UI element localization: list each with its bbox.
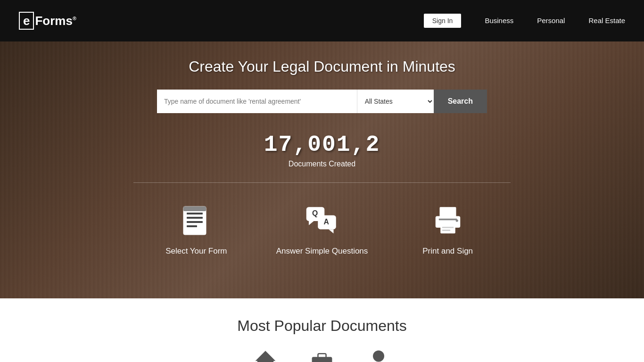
svg-rect-17 (442, 230, 450, 231)
logo-reg: ® (73, 16, 76, 21)
header-right: Sign In Business Personal Real Estate (424, 14, 625, 28)
step-select-form: Select Your Form (133, 197, 259, 261)
svg-rect-2 (187, 217, 203, 219)
popular-doc-3[interactable] (364, 349, 393, 362)
hero-content: Create Your Legal Document in Minutes Al… (0, 41, 644, 261)
header: e Forms® Sign In Business Personal Real … (0, 0, 644, 41)
logo-text: Forms® (35, 14, 76, 28)
svg-rect-5 (183, 206, 206, 211)
step-print-sign-label: Print and Sign (422, 247, 473, 256)
svg-rect-16 (442, 227, 454, 228)
nav-real-estate[interactable]: Real Estate (588, 16, 625, 25)
state-select[interactable]: All States Alabama Alaska Arizona Arkans… (357, 90, 434, 113)
logo-e-letter: e (23, 15, 30, 27)
logo-box: e (19, 12, 34, 30)
svg-marker-7 (309, 221, 314, 225)
hero-section: Create Your Legal Document in Minutes Al… (0, 41, 644, 298)
svg-rect-15 (440, 224, 455, 233)
step-print-sign: Print and Sign (385, 197, 511, 261)
qa-icon: Q A (303, 202, 341, 239)
svg-marker-19 (256, 351, 276, 362)
nav-business[interactable]: Business (485, 16, 513, 25)
popular-doc-1[interactable] (251, 349, 280, 362)
svg-point-18 (455, 219, 458, 222)
counter-section: 17,001,2 Documents Created (264, 132, 380, 168)
hero-title: Create Your Legal Document in Minutes (189, 58, 455, 75)
popular-docs-list (19, 349, 625, 362)
svg-rect-21 (312, 357, 332, 362)
main-nav: Business Personal Real Estate (485, 16, 625, 25)
popular-title: Most Popular Documents (19, 317, 625, 335)
step-select-form-label: Select Your Form (165, 247, 227, 256)
svg-rect-1 (187, 213, 203, 214)
popular-section: Most Popular Documents (0, 298, 644, 362)
document-search-input[interactable] (157, 90, 357, 113)
print-icon (429, 202, 467, 239)
house-icon (251, 349, 280, 362)
svg-rect-12 (439, 207, 456, 217)
steps-section: Select Your Form Q A Answer (133, 197, 511, 261)
nav-personal[interactable]: Personal (537, 16, 565, 25)
documents-label: Documents Created (264, 160, 380, 168)
popular-doc-2[interactable] (308, 349, 336, 362)
logo[interactable]: e Forms® (19, 12, 76, 30)
svg-rect-14 (438, 219, 457, 221)
svg-rect-4 (187, 225, 197, 227)
svg-marker-10 (329, 229, 334, 233)
form-icon (177, 202, 215, 239)
step-answer-questions: Q A Answer Simple Questions (259, 197, 385, 261)
briefcase-icon (308, 349, 336, 362)
svg-text:Q: Q (312, 209, 318, 217)
svg-rect-3 (187, 221, 203, 223)
logo-forms-text: Forms (35, 14, 72, 28)
hero-divider (133, 182, 511, 183)
svg-text:A: A (324, 218, 329, 226)
search-bar: All States Alabama Alaska Arizona Arkans… (157, 90, 487, 113)
sign-in-button[interactable]: Sign In (424, 14, 462, 28)
documents-counter: 17,001,2 (264, 132, 380, 157)
svg-point-24 (373, 350, 384, 362)
search-button[interactable]: Search (434, 90, 487, 113)
step-answer-questions-label: Answer Simple Questions (276, 247, 368, 256)
person-icon (364, 349, 393, 362)
